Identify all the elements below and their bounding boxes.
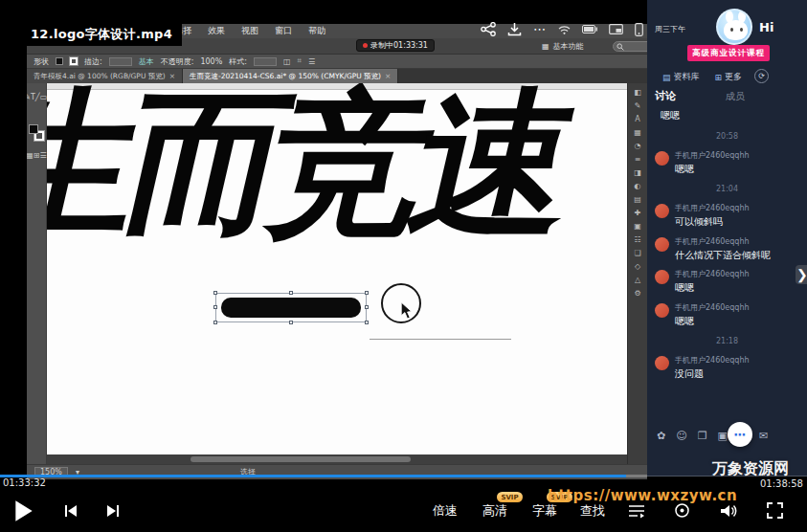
- panel-icon[interactable]: ◧: [634, 86, 641, 100]
- menu-item[interactable]: 视图: [241, 25, 258, 37]
- chat-message-row: 手机用户2460eqqhh 没问题: [655, 355, 799, 381]
- panel-icon[interactable]: ≡: [635, 153, 641, 166]
- options-menu-icon[interactable]: ☰: [308, 57, 315, 66]
- artboard-canvas[interactable]: 生而竞速: [47, 83, 627, 454]
- more-messages-fab[interactable]: ⋯: [728, 422, 752, 447]
- avatar[interactable]: [716, 9, 752, 45]
- horizontal-scrollbar[interactable]: [47, 454, 627, 464]
- chat-footer-icon[interactable]: ❐: [698, 430, 707, 442]
- playlist-icon[interactable]: [628, 503, 645, 522]
- selected-bar-shape[interactable]: [221, 298, 361, 318]
- panel-icon[interactable]: ☷: [634, 233, 640, 247]
- chat-footer-icon[interactable]: ☺: [676, 430, 686, 442]
- fill-stroke-swatches[interactable]: [29, 124, 44, 141]
- panel-icon[interactable]: ▦: [634, 126, 641, 140]
- progress-bar[interactable]: [0, 475, 647, 477]
- chat-message-row: 手机用户2460eqqhh 什么情况下适合倾斜呢: [655, 236, 799, 262]
- speed-button[interactable]: 倍速: [433, 502, 458, 520]
- more-button[interactable]: ⊞ 更多: [715, 71, 743, 83]
- close-icon[interactable]: ×: [385, 72, 391, 80]
- scrollbar-thumb[interactable]: [191, 456, 411, 462]
- quality-button[interactable]: 高清: [482, 502, 507, 520]
- tab-discussion[interactable]: 讨论: [655, 89, 676, 103]
- selection-handle[interactable]: [365, 321, 369, 324]
- panel-icon[interactable]: ◔: [635, 140, 641, 153]
- user-avatar[interactable]: [655, 303, 669, 318]
- search-input[interactable]: [613, 41, 647, 52]
- panel-icon[interactable]: ✎: [635, 100, 641, 113]
- selection-handle[interactable]: [365, 305, 369, 309]
- user-avatar[interactable]: [655, 151, 669, 166]
- tab-document-1[interactable]: 青年模板4.ai @ 100% (RGB/GPU 预览) ×: [27, 69, 183, 83]
- panel-expand-chevron-icon[interactable]: ❯: [796, 265, 807, 284]
- volume-icon[interactable]: [720, 503, 737, 522]
- chat-footer-icon[interactable]: ✉: [759, 430, 768, 442]
- panel-icon[interactable]: ⚙: [634, 287, 640, 300]
- download-icon[interactable]: [507, 22, 522, 36]
- course-banner[interactable]: 高级商业设计课程: [687, 45, 770, 61]
- fullscreen-icon[interactable]: [767, 502, 783, 522]
- panel-icon[interactable]: ◐: [635, 180, 641, 193]
- panel-icon[interactable]: ▣: [634, 220, 641, 233]
- find-button[interactable]: 查找: [580, 502, 605, 520]
- panel-icon[interactable]: ❏: [634, 247, 640, 260]
- tool-icon[interactable]: ☰: [40, 151, 47, 160]
- selection-handle[interactable]: [213, 321, 217, 324]
- record-target-icon[interactable]: [674, 502, 690, 522]
- selection-handle[interactable]: [365, 291, 369, 295]
- panel-icon[interactable]: ◇: [635, 260, 640, 274]
- fill-color-swatch[interactable]: [56, 57, 63, 65]
- opacity-label: 不透明度:: [161, 56, 194, 67]
- stroke-weight-dropdown[interactable]: [109, 57, 132, 66]
- pip-icon[interactable]: [609, 24, 623, 34]
- fill-swatch[interactable]: [29, 124, 38, 134]
- transform-icon[interactable]: ⌗: [298, 56, 303, 66]
- menu-item[interactable]: 效果: [208, 25, 225, 37]
- phone-icon[interactable]: [635, 23, 643, 36]
- refresh-icon[interactable]: ⟳: [754, 69, 769, 83]
- selection-handle[interactable]: [213, 291, 217, 295]
- tool-icon[interactable]: ▦: [27, 151, 34, 160]
- brush-definition[interactable]: 基本: [139, 56, 154, 67]
- panel-icon[interactable]: ◨: [634, 166, 641, 180]
- play-button[interactable]: [13, 499, 34, 527]
- menu-item[interactable]: 窗口: [275, 25, 292, 37]
- assistant-widget[interactable]: Hi: [716, 9, 773, 45]
- chat-message-row: 手机用户2460eqqhh 嗯嗯: [655, 302, 799, 328]
- user-avatar[interactable]: [655, 356, 669, 370]
- chat-footer-icon[interactable]: ▣: [718, 430, 728, 442]
- user-avatar[interactable]: [655, 237, 669, 252]
- chat-footer-icon[interactable]: ✿: [657, 430, 665, 442]
- next-button[interactable]: [105, 503, 121, 522]
- user-avatar[interactable]: [655, 204, 669, 218]
- opacity-value[interactable]: 100%: [200, 57, 222, 66]
- selection-handle[interactable]: [289, 321, 293, 324]
- close-icon[interactable]: ×: [169, 72, 175, 80]
- panels-dock: ◧✎A▦◔≡◨◐▤✚▣☷❏◇△⚙: [627, 83, 647, 464]
- subtitle-button[interactable]: 字幕: [532, 502, 557, 520]
- user-avatar[interactable]: [655, 270, 669, 284]
- message-list[interactable]: 嗯嗯 20:58 手机用户2460eqqhh 嗯嗯 21:04 手机用户2460…: [647, 110, 807, 428]
- tool-icon[interactable]: ⊞: [34, 151, 40, 160]
- tab-members[interactable]: 成员: [726, 90, 745, 103]
- tab-document-2[interactable]: 生而竞速-20210414-CS6.ai* @ 150% (CMYK/GPU 预…: [183, 69, 398, 83]
- previous-button[interactable]: [63, 503, 78, 522]
- cast-share-icon[interactable]: [481, 22, 496, 36]
- more-options-icon[interactable]: ⋯: [533, 22, 547, 36]
- panel-icon[interactable]: △: [635, 274, 640, 287]
- tab-title: 青年模板4.ai @ 100% (RGB/GPU 预览): [34, 72, 166, 81]
- align-icon[interactable]: ◫: [283, 57, 291, 66]
- style-dropdown[interactable]: [254, 57, 277, 66]
- selection-handle[interactable]: [289, 291, 293, 295]
- workspace-switcher[interactable]: ▦ 基本功能: [542, 41, 584, 52]
- svip-badge: SVIP: [497, 492, 523, 502]
- panel-icon[interactable]: ▤: [634, 193, 641, 207]
- stroke-color-swatch[interactable]: [70, 57, 78, 65]
- chat-timestamp: 21:04: [655, 185, 799, 193]
- tab-title: 生而竞速-20210414-CS6.ai* @ 150% (CMYK/GPU 预…: [190, 72, 381, 81]
- menu-item[interactable]: 帮助: [308, 25, 325, 37]
- panel-icon[interactable]: A: [635, 113, 639, 126]
- selection-handle[interactable]: [213, 305, 217, 309]
- library-button[interactable]: ▤ 资料库: [662, 71, 700, 83]
- panel-icon[interactable]: ✚: [635, 207, 641, 220]
